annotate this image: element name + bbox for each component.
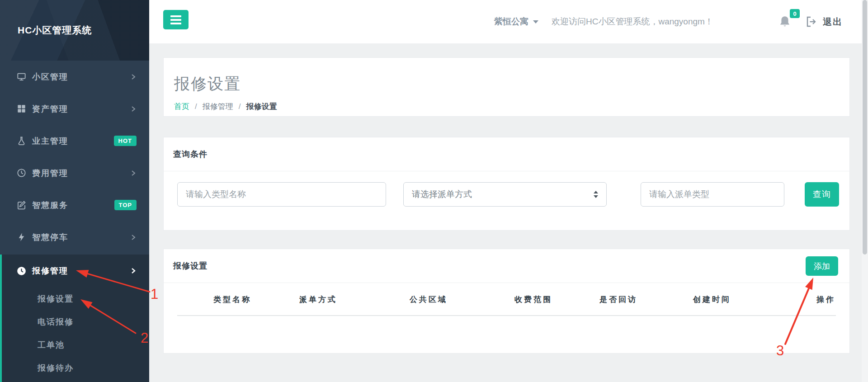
bell-icon: [779, 15, 791, 28]
logout-icon: [806, 16, 817, 28]
sidebar-item-label: 报修管理: [32, 265, 68, 276]
page-title: 报修设置: [174, 73, 836, 94]
sidebar-toggle-button[interactable]: [163, 10, 189, 29]
sidebar-subitem-repair-settings[interactable]: 报修设置: [2, 287, 149, 310]
chevron-right-icon: [131, 170, 136, 176]
sidebar-item-community-mgmt[interactable]: 小区管理: [0, 61, 149, 93]
sidebar-subitem-repair-todo[interactable]: 报修待办: [2, 356, 149, 379]
app-logo[interactable]: HC小区管理系统: [0, 0, 149, 61]
sidebar-subitem-label: 报修设置: [38, 293, 74, 304]
breadcrumb-home-link[interactable]: 首页: [174, 101, 189, 112]
sidebar-subitem-phone-repair[interactable]: 电话报修: [2, 310, 149, 333]
sidebar-subitem-work-order-pool[interactable]: 工单池: [2, 333, 149, 356]
column-follow-up: 是否回访: [599, 294, 637, 304]
table-header-row: 类型名称 派单方式 公共区域 收费范围 是否回访 创建时间 操作: [177, 283, 836, 316]
logout-button[interactable]: 退出: [806, 0, 843, 43]
select-arrows-icon: [594, 191, 598, 198]
clock-icon: [17, 168, 26, 178]
query-card-header: 查询条件: [164, 137, 849, 171]
sidebar-item-label: 费用管理: [32, 168, 68, 179]
scrollbar-thumb[interactable]: [863, 0, 867, 255]
community-selector-value: 紫恒公寓: [494, 16, 528, 28]
add-button[interactable]: 添加: [806, 256, 838, 276]
table-card-title: 报修设置: [173, 260, 208, 271]
edit-icon: [17, 200, 26, 210]
query-card-title: 查询条件: [173, 149, 208, 160]
column-public-area: 公共区域: [410, 294, 448, 304]
sidebar-item-owner-mgmt[interactable]: 业主管理 HOT: [0, 125, 149, 157]
dispatch-type-input[interactable]: [641, 182, 784, 207]
flask-icon: [17, 136, 26, 146]
page-header-card: 报修设置 首页 / 报修管理 / 报修设置: [163, 57, 850, 117]
sidebar-menu: 小区管理 资产管理 业主管理 HOT: [0, 61, 149, 253]
sidebar-item-smart-parking[interactable]: 智慧停车: [0, 221, 149, 253]
breadcrumb-parent: 报修管理: [203, 101, 233, 112]
column-type-name: 类型名称: [213, 294, 251, 304]
column-fee-range: 收费范围: [514, 294, 552, 304]
sidebar: HC小区管理系统 小区管理 资产管理: [0, 0, 149, 382]
chevron-right-icon: [131, 268, 136, 274]
search-button[interactable]: 查询: [805, 182, 839, 207]
annotation-label-1: 1: [151, 286, 158, 302]
sidebar-item-label: 小区管理: [32, 71, 68, 82]
app-window: HC小区管理系统 小区管理 资产管理: [0, 0, 868, 382]
sidebar-item-asset-mgmt[interactable]: 资产管理: [0, 93, 149, 125]
dispatch-method-select-value: 请选择派单方式: [412, 189, 472, 200]
sidebar-item-label: 智慧服务: [32, 200, 68, 211]
caret-down-icon: [533, 20, 538, 24]
sidebar-item-fee-mgmt[interactable]: 费用管理: [0, 157, 149, 189]
grid-icon: [17, 104, 26, 113]
breadcrumb-separator: /: [239, 102, 241, 111]
repair-settings-card: 报修设置 添加 类型名称 派单方式 公共区域 收费范围 是否回访 创建时间 操作: [163, 249, 850, 354]
notification-count-badge: 0: [790, 9, 800, 18]
app-title: HC小区管理系统: [18, 24, 92, 37]
chevron-right-icon: [131, 74, 136, 80]
monitor-icon: [17, 72, 26, 81]
sidebar-subitem-label: 报修待办: [38, 363, 74, 373]
lightning-icon: [17, 232, 26, 242]
sidebar-item-smart-service[interactable]: 智慧服务 TOP: [0, 189, 149, 221]
logout-label: 退出: [823, 16, 843, 28]
breadcrumb-separator: /: [195, 102, 197, 111]
sidebar-subitem-label: 工单池: [38, 340, 65, 350]
scrollbar-track[interactable]: [862, 0, 868, 382]
query-form: 请选择派单方式 查询: [164, 171, 849, 207]
type-name-input[interactable]: [177, 182, 386, 207]
sidebar-subitem-label: 电话报修: [38, 316, 74, 327]
hamburger-icon: [170, 19, 181, 21]
query-card: 查询条件 请选择派单方式 查询: [163, 137, 850, 231]
column-created-time: 创建时间: [693, 294, 731, 304]
table-card-header: 报修设置 添加: [164, 249, 849, 283]
sidebar-item-label: 业主管理: [32, 136, 68, 146]
welcome-text: 欢迎访问HC小区管理系统，wangyongm！: [552, 0, 713, 43]
notifications-button[interactable]: 0: [779, 9, 801, 34]
repair-clock-icon: [17, 266, 26, 276]
sidebar-item-repair-mgmt[interactable]: 报修管理: [2, 255, 149, 287]
dispatch-method-select[interactable]: 请选择派单方式: [403, 182, 607, 207]
community-selector[interactable]: 紫恒公寓: [494, 0, 538, 43]
top-badge: TOP: [114, 200, 137, 210]
breadcrumb: 首页 / 报修管理 / 报修设置: [174, 101, 836, 112]
sidebar-active-section: 报修管理 报修设置 电话报修 工单池 报修待办: [0, 255, 149, 382]
sidebar-item-label: 智慧停车: [32, 232, 68, 243]
column-actions: 操作: [816, 294, 835, 304]
top-bar: 紫恒公寓 欢迎访问HC小区管理系统，wangyongm！ 0 退出: [149, 0, 868, 43]
column-dispatch-method: 派单方式: [299, 294, 337, 304]
chevron-right-icon: [131, 234, 136, 241]
chevron-right-icon: [131, 106, 136, 112]
hot-badge: HOT: [114, 136, 137, 146]
sidebar-item-label: 资产管理: [32, 104, 68, 114]
breadcrumb-current: 报修设置: [246, 101, 277, 112]
